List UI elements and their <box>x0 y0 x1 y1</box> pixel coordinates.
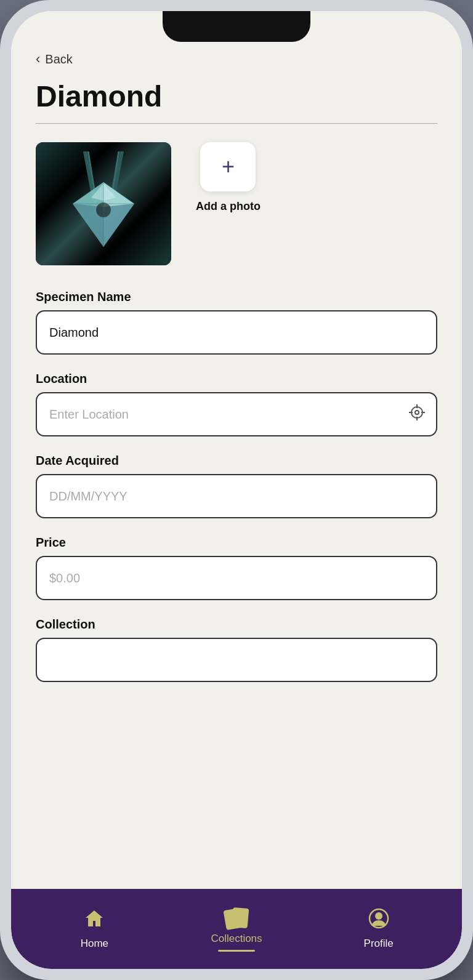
tab-home-label: Home <box>81 938 108 950</box>
specimen-name-group: Specimen Name <box>36 290 437 355</box>
back-button[interactable]: ‹ Back <box>36 48 437 67</box>
collections-icon <box>224 907 249 929</box>
collection-group: Collection <box>36 617 437 682</box>
add-photo-label: Add a photo <box>196 200 261 213</box>
location-input[interactable] <box>36 392 437 436</box>
price-label: Price <box>36 536 437 550</box>
main-content: ‹ Back Diamond <box>11 48 462 889</box>
price-input[interactable] <box>36 556 437 600</box>
svg-point-15 <box>411 407 422 418</box>
phone-screen: ‹ Back Diamond <box>11 11 462 969</box>
collection-input[interactable] <box>36 638 437 682</box>
diamond-image <box>36 142 171 265</box>
svg-rect-22 <box>232 907 249 928</box>
date-label: Date Acquired <box>36 454 437 468</box>
tab-collections-label: Collections <box>211 933 262 945</box>
add-photo-circle: + <box>200 142 256 191</box>
diamond-svg <box>36 142 171 265</box>
location-label: Location <box>36 372 437 386</box>
location-group: Location <box>36 372 437 436</box>
price-group: Price <box>36 536 437 600</box>
home-icon <box>84 908 105 934</box>
page-title: Diamond <box>36 79 437 113</box>
phone-frame: ‹ Back Diamond <box>0 0 473 980</box>
tab-bar: Home Collections <box>11 889 462 969</box>
back-label: Back <box>45 52 72 66</box>
tab-home[interactable]: Home <box>23 908 166 950</box>
date-input[interactable] <box>36 474 437 518</box>
svg-point-16 <box>415 411 419 414</box>
back-arrow-icon: ‹ <box>36 51 40 67</box>
photos-section: + Add a photo <box>36 142 437 265</box>
collection-label: Collection <box>36 617 437 632</box>
diamond-photo[interactable] <box>36 142 171 265</box>
specimen-name-label: Specimen Name <box>36 290 437 304</box>
title-divider <box>36 123 437 124</box>
tab-profile-label: Profile <box>364 938 394 950</box>
specimen-name-input[interactable] <box>36 310 437 355</box>
tab-collections[interactable]: Collections <box>166 907 308 952</box>
notch <box>163 11 310 42</box>
location-crosshair-icon[interactable] <box>409 404 425 424</box>
profile-icon <box>368 908 389 934</box>
date-group: Date Acquired <box>36 454 437 518</box>
svg-point-24 <box>375 912 382 920</box>
tab-profile[interactable]: Profile <box>307 908 450 950</box>
add-photo-button[interactable]: + Add a photo <box>196 142 261 213</box>
plus-icon: + <box>222 156 235 178</box>
location-input-wrapper <box>36 392 437 436</box>
collections-active-indicator <box>218 950 255 952</box>
